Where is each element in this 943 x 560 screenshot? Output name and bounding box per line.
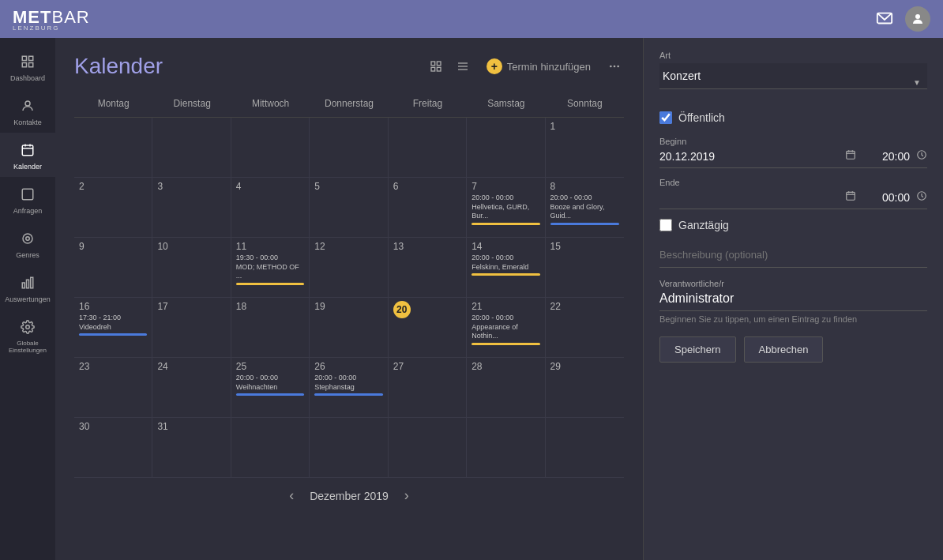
cell-w5d3[interactable]: 25 20:00 - 00:00Weihnachten — [231, 358, 310, 417]
cell-w1d1[interactable] — [74, 118, 152, 177]
sidebar-label-dashboard: Dashboard — [10, 74, 45, 82]
ganztaegig-label[interactable]: Ganztägig — [678, 219, 729, 231]
ende-date-input[interactable] — [659, 191, 839, 204]
cell-w2d7[interactable]: 8 20:00 - 00:00Booze and Glory, Guid... — [546, 178, 624, 237]
cell-w1d6[interactable] — [467, 118, 545, 177]
beginn-calendar-icon[interactable] — [845, 149, 856, 163]
beginn-clock-icon[interactable] — [916, 149, 927, 163]
cell-w2d4[interactable]: 5 — [310, 178, 388, 237]
message-icon[interactable] — [873, 8, 896, 30]
svg-rect-2 — [22, 56, 26, 60]
svg-point-1 — [915, 14, 920, 19]
cell-w6d2[interactable]: 31 — [152, 418, 231, 477]
list-view-button[interactable] — [453, 57, 472, 76]
anfragen-icon — [18, 185, 37, 204]
event-11-1: 19:30 - 00:00MOD; METHOD OF ... — [236, 254, 304, 281]
cell-w5d7[interactable]: 29 — [546, 358, 624, 417]
cell-w4d6[interactable]: 21 20:00 - 00:00Appearance of Nothin... — [467, 298, 545, 357]
sidebar-item-globale-einstellungen[interactable]: GlobaleEinstellungen — [0, 310, 55, 360]
svg-rect-21 — [437, 67, 441, 71]
oeffentlich-checkbox[interactable] — [659, 111, 672, 124]
cell-w3d5[interactable]: 13 — [389, 238, 467, 297]
cell-w5d4[interactable]: 26 20:00 - 00:00Stephanstag — [310, 358, 388, 417]
beginn-label: Beginn — [659, 137, 927, 146]
art-select[interactable]: Konzert Event Probe Sonstiges — [659, 63, 927, 89]
svg-rect-5 — [29, 63, 33, 67]
sidebar-item-kalender[interactable]: Kalender — [0, 133, 55, 177]
cell-w4d3[interactable]: 18 — [231, 298, 310, 357]
calendar-navigation: ‹ Dezember 2019 › — [74, 478, 624, 513]
action-buttons: Speichern Abbrechen — [659, 336, 927, 363]
next-month-button[interactable]: › — [404, 487, 409, 504]
cell-w2d1[interactable]: 2 — [74, 178, 152, 237]
cell-w2d2[interactable]: 3 — [152, 178, 231, 237]
cell-w1d5[interactable] — [389, 118, 467, 177]
sidebar-item-anfragen[interactable]: Anfragen — [0, 177, 55, 221]
beginn-time-input[interactable] — [862, 150, 910, 163]
cell-w6d4[interactable] — [310, 418, 388, 477]
svg-point-26 — [614, 66, 616, 68]
cell-w3d2[interactable]: 10 — [152, 238, 231, 297]
cell-w5d2[interactable]: 24 — [152, 358, 231, 417]
svg-rect-7 — [22, 145, 33, 156]
cell-w2d5[interactable]: 6 — [389, 178, 467, 237]
svg-rect-16 — [31, 277, 33, 288]
cell-w3d3[interactable]: 11 19:30 - 00:00MOD; METHOD OF ... — [231, 238, 310, 297]
cell-w2d3[interactable]: 4 — [231, 178, 310, 237]
add-termin-button[interactable]: + Termin hinzufügen — [480, 55, 597, 77]
cell-w1d4[interactable] — [310, 118, 388, 177]
add-icon: + — [487, 58, 502, 74]
cell-w4d5[interactable]: 20 — [389, 298, 467, 357]
cell-w5d1[interactable]: 23 — [74, 358, 152, 417]
svg-rect-33 — [847, 192, 855, 200]
save-button[interactable]: Speichern — [659, 336, 736, 363]
ende-time-input[interactable] — [862, 191, 910, 204]
cell-w2d6[interactable]: 7 20:00 - 00:00Hellvetica, GURD, Bur... — [467, 178, 545, 237]
add-termin-label: Termin hinzufügen — [507, 61, 591, 73]
dashboard-icon — [18, 52, 37, 71]
ende-clock-icon[interactable] — [916, 190, 927, 204]
cell-w5d5[interactable]: 27 — [389, 358, 467, 417]
cell-w1d3[interactable] — [231, 118, 310, 177]
ganztaegig-checkbox[interactable] — [659, 219, 672, 231]
cell-w3d4[interactable]: 12 — [310, 238, 388, 297]
art-select-wrapper: Konzert Event Probe Sonstiges — [659, 63, 927, 100]
cell-w4d1[interactable]: 16 17:30 - 21:00Videodreh — [74, 298, 152, 357]
more-options-button[interactable] — [605, 57, 624, 76]
cell-w6d7[interactable] — [546, 418, 624, 477]
cell-w3d7[interactable]: 15 — [546, 238, 624, 297]
cancel-button[interactable]: Abbrechen — [744, 336, 824, 363]
cell-w6d3[interactable] — [231, 418, 310, 477]
auswertungen-icon — [18, 273, 37, 292]
logo: METBAR LENZBURG — [13, 7, 90, 32]
cell-w1d7[interactable]: 1 — [546, 118, 624, 177]
sidebar-label-anfragen: Anfragen — [13, 207, 43, 215]
cell-w1d2[interactable] — [152, 118, 231, 177]
sidebar-item-auswertungen[interactable]: Auswertungen — [0, 265, 55, 310]
beginn-date-input[interactable] — [659, 150, 839, 163]
beginn-row: Beginn — [659, 137, 927, 168]
event-bar-16-1 — [79, 333, 147, 336]
grid-view-button[interactable] — [426, 57, 445, 76]
cell-w3d1[interactable]: 9 — [74, 238, 152, 297]
day-dienstag: Dienstag — [152, 95, 231, 112]
svg-point-13 — [26, 237, 30, 241]
cell-w6d1[interactable]: 30 — [74, 418, 152, 477]
sidebar-item-kontakte[interactable]: Kontakte — [0, 88, 55, 133]
oeffentlich-label[interactable]: Öffentlich — [678, 111, 725, 124]
cell-w4d2[interactable]: 17 — [152, 298, 231, 357]
cell-w5d6[interactable]: 28 — [467, 358, 545, 417]
sidebar-item-dashboard[interactable]: Dashboard — [0, 44, 55, 88]
event-21-1: 20:00 - 00:00Appearance of Nothin... — [472, 314, 539, 341]
cell-w4d4[interactable]: 19 — [310, 298, 388, 357]
cell-w3d6[interactable]: 14 20:00 - 00:00Felskinn, Emerald — [467, 238, 545, 297]
cell-w4d7[interactable]: 22 — [546, 298, 624, 357]
cell-w6d5[interactable] — [389, 418, 467, 477]
prev-month-button[interactable]: ‹ — [289, 487, 294, 504]
sidebar-item-genres[interactable]: Genres — [0, 221, 55, 265]
beschreibung-input[interactable] — [659, 242, 927, 268]
avatar[interactable] — [905, 6, 930, 32]
svg-rect-20 — [431, 67, 435, 71]
cell-w6d6[interactable] — [467, 418, 545, 477]
ende-calendar-icon[interactable] — [845, 190, 856, 204]
